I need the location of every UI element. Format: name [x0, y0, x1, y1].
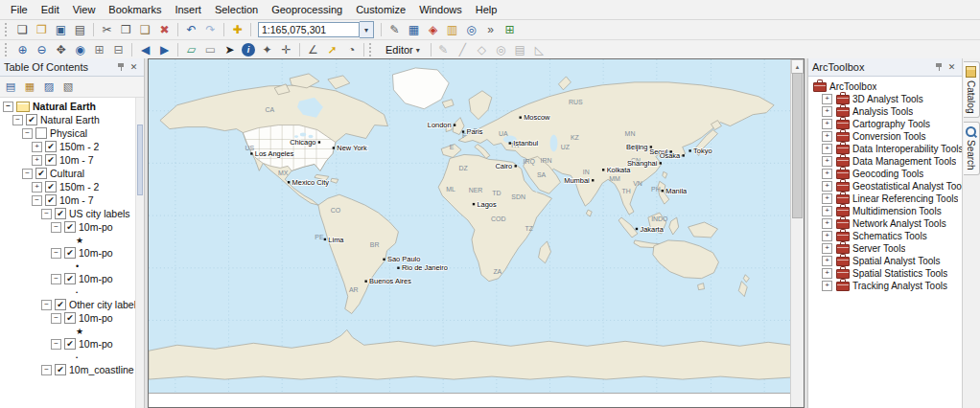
toolbox-item-conversion-tools[interactable]: +Conversion Tools	[808, 130, 962, 143]
toc-row-10m-po[interactable]: −✔10m-po	[0, 311, 144, 325]
scrollbar-thumb[interactable]	[137, 125, 143, 195]
expander-icon[interactable]: +	[822, 144, 832, 154]
toolbox-item-tracking-analyst-tools[interactable]: +Tracking Analyst Tools	[808, 280, 962, 292]
expander-icon[interactable]: +	[822, 243, 832, 254]
map-vertical-scrollbar[interactable]: ▴	[790, 59, 804, 407]
menu-windows[interactable]: Windows	[412, 2, 469, 17]
toolbar-grip[interactable]	[5, 43, 10, 57]
select-features-button[interactable]: ▱	[182, 42, 200, 58]
forward-extent-button[interactable]: ▶	[155, 42, 174, 58]
modelbuilder-button[interactable]: ⊞	[501, 22, 519, 38]
expander-icon[interactable]: +	[32, 142, 42, 152]
toolbox-item-linear-referencing-tools[interactable]: +Linear Referencing Tools	[808, 193, 962, 205]
toc-row-other-city-labels[interactable]: −✔Other city labels	[0, 298, 144, 311]
toolbox-item-geocoding-tools[interactable]: +Geocoding Tools	[808, 168, 962, 180]
list-by-selection-button[interactable]: ▧	[59, 79, 77, 95]
editor-toolbar-toggle-button[interactable]: ✎	[385, 22, 404, 38]
hyperlink-button[interactable]: ➚	[323, 42, 341, 58]
toolbox-item-data-interoperability-tools[interactable]: +Data Interoperability Tools	[808, 143, 962, 155]
checkbox-checked[interactable]: ✔	[55, 299, 66, 310]
checkbox-checked[interactable]: ✔	[55, 208, 66, 219]
toc-row-10m-po[interactable]: −✔10m-po	[0, 220, 144, 234]
full-extent-button[interactable]: ◉	[71, 42, 89, 58]
close-button[interactable]: ✕	[128, 61, 140, 74]
close-button[interactable]: ✕	[945, 61, 958, 74]
expander-icon[interactable]: −	[41, 300, 52, 310]
expander-icon[interactable]: +	[822, 256, 832, 266]
expander-icon[interactable]: +	[32, 182, 42, 193]
checkbox-checked[interactable]: ✔	[35, 168, 47, 179]
save-button[interactable]: ▣	[52, 22, 70, 38]
toolbox-item-spatial-statistics-tools[interactable]: +Spatial Statistics Tools	[808, 267, 962, 280]
toolbox-item-cartography-tools[interactable]: +Cartography Tools	[808, 118, 962, 130]
expander-icon[interactable]: −	[22, 128, 33, 139]
go-to-xy-button[interactable]: ✛	[277, 42, 295, 58]
measure-button[interactable]: ∠	[304, 42, 322, 58]
edit-tool-button[interactable]: ✎	[434, 42, 453, 58]
menu-insert[interactable]: Insert	[168, 2, 208, 17]
checkbox-checked[interactable]: ✔	[64, 273, 76, 284]
map-canvas[interactable]: CAUSMXRUSKZMNCNINMMTHVNPHINDOIRNIRQTRSAU…	[149, 59, 791, 394]
checkbox-checked[interactable]: ✔	[26, 114, 37, 125]
side-tab-catalog[interactable]: Catalog	[964, 61, 980, 118]
map-scale-combo[interactable]: 1:165,075,301 ▾	[258, 21, 374, 38]
sketch-line-button[interactable]: ╱	[454, 42, 472, 58]
toolbox-item-geostatistical-analyst-tools[interactable]: +Geostatistical Analyst Tools	[808, 180, 962, 193]
list-by-drawing-order-button[interactable]: ▤	[2, 79, 19, 95]
expander-icon[interactable]: −	[22, 169, 33, 179]
expander-icon[interactable]: +	[822, 193, 832, 204]
toolbox-item-3d-analyst-tools[interactable]: +3D Analyst Tools	[808, 93, 962, 105]
scale-input[interactable]: 1:165,075,301	[258, 22, 360, 37]
expander-icon[interactable]: +	[822, 268, 832, 279]
toolbar-grip[interactable]	[5, 23, 10, 36]
open-document-button[interactable]: ❐	[33, 22, 51, 38]
checkbox-checked[interactable]: ✔	[55, 364, 66, 375]
checkbox-unchecked[interactable]	[35, 127, 47, 139]
checkbox-checked[interactable]: ✔	[45, 154, 57, 166]
sketch-properties-button[interactable]: ◺	[530, 42, 548, 58]
editor-dropdown[interactable]: Editor ▾	[380, 43, 426, 57]
checkbox-checked[interactable]: ✔	[64, 338, 76, 350]
clear-selection-button[interactable]: ▭	[201, 42, 220, 58]
undo-button[interactable]: ↶	[182, 22, 200, 38]
list-by-source-button[interactable]: ▦	[21, 79, 38, 95]
expander-icon[interactable]: −	[51, 248, 61, 259]
new-document-button[interactable]: ❏	[13, 22, 32, 38]
toolbox-item-data-management-tools[interactable]: +Data Management Tools	[808, 155, 962, 168]
toc-row-150m-2[interactable]: +✔150m - 2	[0, 140, 144, 153]
delete-button[interactable]: ✖	[155, 22, 174, 38]
side-tab-search[interactable]: Search	[964, 122, 980, 175]
expander-icon[interactable]: +	[822, 218, 832, 229]
expander-icon[interactable]: −	[12, 115, 23, 125]
fixed-zoom-in-button[interactable]: ⊞	[90, 42, 108, 58]
expander-icon[interactable]: +	[822, 281, 832, 291]
paste-button[interactable]: ❑	[136, 22, 154, 38]
menu-help[interactable]: Help	[469, 2, 504, 17]
menu-customize[interactable]: Customize	[349, 2, 412, 17]
menu-selection[interactable]: Selection	[208, 2, 265, 17]
attributes-button[interactable]: ▤	[511, 42, 529, 58]
toc-row-10m-7[interactable]: +✔10m - 7	[0, 153, 144, 167]
toc-scrollbar[interactable]	[135, 98, 144, 408]
arctoolbox-window-button[interactable]: ◈	[424, 22, 442, 38]
expander-icon[interactable]: −	[51, 222, 61, 233]
zoom-out-button[interactable]: ⊖	[33, 42, 51, 58]
menu-geoprocessing[interactable]: Geoprocessing	[265, 2, 349, 17]
expander-icon[interactable]: −	[41, 209, 52, 219]
list-by-visibility-button[interactable]: ▨	[40, 79, 58, 95]
toolbox-item-spatial-analyst-tools[interactable]: +Spatial Analyst Tools	[808, 255, 962, 267]
toc-row-physical[interactable]: −Physical	[0, 126, 144, 140]
toc-row-cultural[interactable]: −✔Cultural	[0, 167, 144, 180]
menu-edit[interactable]: Edit	[35, 2, 66, 17]
checkbox-checked[interactable]: ✔	[64, 247, 76, 259]
scale-dropdown-button[interactable]: ▾	[360, 21, 374, 38]
expander-icon[interactable]: +	[822, 94, 832, 104]
toc-row-10m-coastline[interactable]: −✔10m_coastline	[0, 363, 144, 376]
menu-file[interactable]: File	[4, 2, 35, 17]
expander-icon[interactable]: +	[822, 181, 832, 192]
toc-row-10m-po[interactable]: −✔10m-po	[0, 272, 144, 285]
menu-bookmarks[interactable]: Bookmarks	[102, 2, 168, 17]
expander-icon[interactable]: −	[32, 195, 42, 206]
checkbox-checked[interactable]: ✔	[45, 141, 57, 152]
expander-icon[interactable]: −	[51, 274, 61, 284]
